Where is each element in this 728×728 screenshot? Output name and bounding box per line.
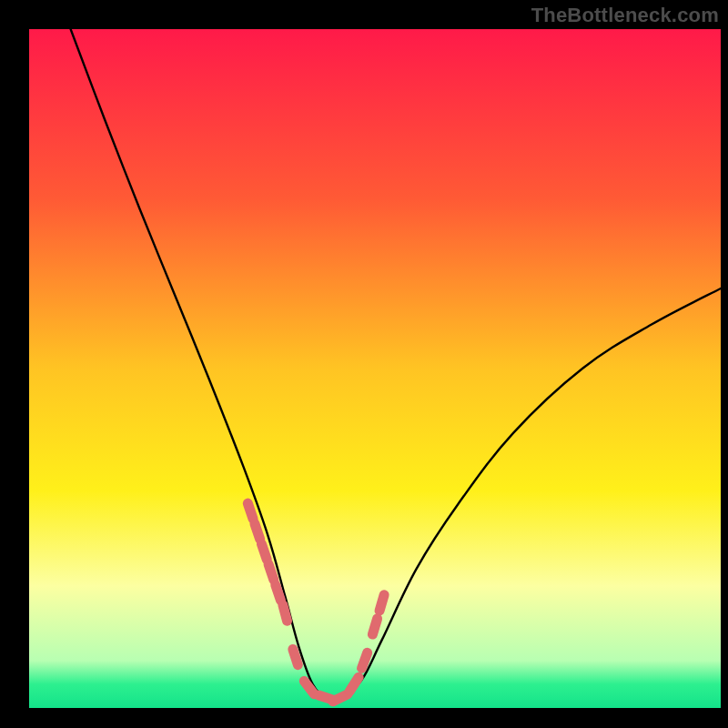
highlight-marker — [248, 503, 253, 519]
highlight-marker — [362, 652, 368, 668]
bottleneck-chart — [0, 0, 728, 728]
highlight-marker — [255, 524, 260, 540]
highlight-marker — [333, 694, 348, 702]
gradient-background — [29, 29, 721, 708]
highlight-marker — [293, 649, 298, 664]
chart-stage: TheBottleneck.com — [0, 0, 728, 728]
highlight-marker — [262, 544, 268, 560]
watermark-label: TheBottleneck.com — [531, 4, 719, 27]
highlight-marker — [276, 585, 281, 601]
highlight-marker — [268, 564, 274, 580]
highlight-marker — [379, 595, 384, 611]
highlight-marker — [283, 605, 288, 621]
highlight-marker — [372, 619, 377, 634]
